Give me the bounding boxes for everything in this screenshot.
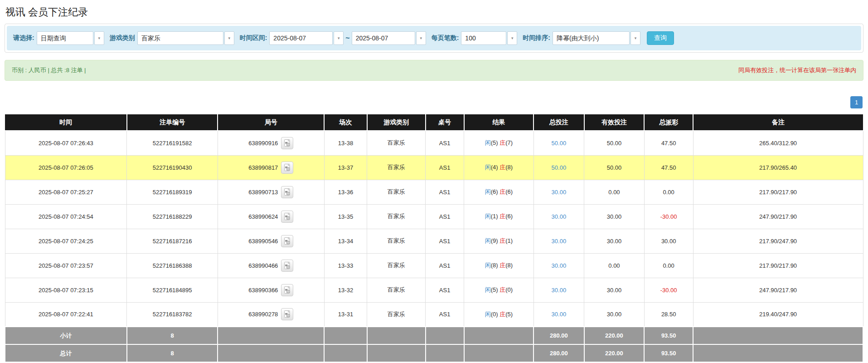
- round-wrap: 638990916: [248, 137, 293, 149]
- game-type-cell: 百家乐: [367, 131, 426, 155]
- total-bet-link[interactable]: 30.00: [552, 311, 567, 318]
- video-replay-icon[interactable]: [281, 260, 293, 272]
- valid-bet-cell: 50.00: [584, 131, 645, 155]
- total-bet-link[interactable]: 30.00: [552, 238, 567, 245]
- select-type-value[interactable]: 日期查询: [37, 31, 93, 45]
- empty-cell: [426, 344, 464, 362]
- result-cell: 闲(0) 庄(5): [464, 302, 533, 327]
- date-from-value[interactable]: 2025-08-07: [269, 31, 333, 45]
- round-cell: 638990713: [218, 180, 324, 204]
- total-bet-link[interactable]: 30.00: [552, 189, 567, 196]
- result-banker-label: 庄: [499, 311, 505, 318]
- time-sort-value[interactable]: 降幂(由大到小): [553, 31, 630, 45]
- bet-id-cell: 522716191582: [127, 131, 218, 155]
- game-type-combobox[interactable]: 百家乐 ▾: [137, 31, 234, 45]
- empty-cell: [324, 327, 367, 344]
- total-bet-link[interactable]: 30.00: [552, 287, 567, 294]
- video-replay-icon[interactable]: [281, 235, 293, 247]
- payout-cell: 0.00: [644, 180, 693, 204]
- search-button[interactable]: 查询: [647, 31, 674, 45]
- round-wrap: 638990546: [248, 235, 293, 247]
- date-to-value[interactable]: 2025-08-07: [352, 31, 415, 45]
- video-replay-icon[interactable]: [281, 284, 293, 296]
- select-type-combobox[interactable]: 日期查询 ▾: [37, 31, 104, 45]
- round-cell: 638990817: [218, 155, 324, 180]
- chevron-down-icon[interactable]: ▾: [416, 31, 426, 45]
- round-wrap: 638990278: [248, 308, 293, 320]
- time-sort-combobox[interactable]: 降幂(由大到小) ▾: [553, 31, 640, 45]
- chevron-down-icon[interactable]: ▾: [507, 31, 517, 45]
- round-number: 638990713: [248, 189, 278, 196]
- chevron-down-icon[interactable]: ▾: [94, 31, 104, 45]
- result-banker-score: (6): [505, 213, 513, 220]
- date-from-combobox[interactable]: 2025-08-07 ▾: [269, 31, 344, 45]
- payout-cell: 30.00: [644, 229, 693, 253]
- table-no-cell: AS1: [426, 253, 464, 278]
- video-replay-icon[interactable]: [281, 162, 293, 174]
- result-player-label: 闲: [485, 262, 491, 269]
- filter-panel: 请选择: 日期查询 ▾ 游戏类别 百家乐 ▾ 时间区间: 2025-08-07 …: [5, 24, 863, 53]
- bet-id-cell: 522716189319: [127, 180, 218, 204]
- bet-id-cell: 522716183782: [127, 302, 218, 327]
- result-banker-score: (0): [505, 286, 513, 293]
- remark-cell: 217.90/265.40: [693, 155, 863, 180]
- round-number: 638990624: [248, 213, 278, 220]
- result-player-score: (5): [491, 139, 498, 146]
- table-body: 2025-08-07 07:26:43522716191582638990916…: [5, 131, 863, 327]
- result-cell: 闲(6) 庄(6): [464, 180, 533, 204]
- session-cell: 13-32: [324, 278, 367, 302]
- date-to-combobox[interactable]: 2025-08-07 ▾: [352, 31, 426, 45]
- game-type-cell: 百家乐: [367, 253, 426, 278]
- result-banker-label: 庄: [499, 262, 505, 269]
- time-sort-label: 时间排序:: [523, 34, 550, 42]
- payout-cell: 28.50: [644, 302, 693, 327]
- total-payout: 93.50: [644, 344, 693, 362]
- result-banker-label: 庄: [499, 139, 505, 146]
- round-wrap: 638990817: [248, 162, 293, 174]
- total-total-bet: 280.00: [533, 344, 584, 362]
- total-bet-cell: 30.00: [533, 229, 584, 253]
- pagination-page-1[interactable]: 1: [850, 96, 863, 108]
- subtotal-payout: 93.50: [644, 327, 693, 344]
- total-bet-link[interactable]: 30.00: [552, 262, 567, 269]
- round-number: 638990466: [248, 262, 278, 269]
- total-bet-cell: 50.00: [533, 155, 584, 180]
- table-no-cell: AS1: [426, 278, 464, 302]
- video-replay-icon[interactable]: [281, 308, 293, 320]
- video-replay-icon[interactable]: [281, 186, 293, 198]
- time-range-label: 时间区间:: [240, 34, 267, 42]
- time-cell: 2025-08-07 07:24:54: [5, 204, 127, 229]
- total-bet-link[interactable]: 30.00: [552, 213, 567, 220]
- total-bet-link[interactable]: 50.00: [552, 140, 567, 147]
- game-type-value[interactable]: 百家乐: [137, 31, 223, 45]
- valid-bet-cell: 0.00: [584, 180, 645, 204]
- chevron-down-icon[interactable]: ▾: [630, 31, 640, 45]
- summary-bar: 币别 : 人民币 | 总共 :8 注单 | 同局有效投注，统一计算在该局第一张注…: [5, 60, 863, 81]
- video-replay-icon[interactable]: [281, 137, 293, 149]
- result-banker-label: 庄: [499, 237, 505, 244]
- valid-bet-note: 同局有效投注，统一计算在该局第一张注单内: [738, 66, 856, 74]
- total-bet-link[interactable]: 50.00: [552, 164, 567, 171]
- round-number: 638990817: [248, 164, 278, 171]
- select-type-label: 请选择:: [13, 34, 34, 42]
- result-player-label: 闲: [485, 188, 491, 195]
- page-size-combobox[interactable]: 100 ▾: [461, 31, 517, 45]
- table-no-cell: AS1: [426, 229, 464, 253]
- total-bet-cell: 30.00: [533, 253, 584, 278]
- session-cell: 13-34: [324, 229, 367, 253]
- table-row: 2025-08-07 07:23:15522716184895638990366…: [5, 278, 863, 302]
- column-header-total-bet: 总投注: [533, 114, 584, 131]
- time-cell: 2025-08-07 07:23:57: [5, 253, 127, 278]
- time-cell: 2025-08-07 07:22:41: [5, 302, 127, 327]
- game-type-label: 游戏类别: [110, 34, 135, 42]
- page-size-value[interactable]: 100: [461, 31, 506, 45]
- column-header-game-type: 游戏类别: [367, 114, 426, 131]
- empty-cell: [324, 344, 367, 362]
- table-row: 2025-08-07 07:25:27522716189319638990713…: [5, 180, 863, 204]
- bet-id-cell: 522716187216: [127, 229, 218, 253]
- video-replay-icon[interactable]: [281, 211, 293, 223]
- result-cell: 闲(4) 庄(8): [464, 155, 533, 180]
- total-valid-bet: 220.00: [584, 344, 645, 362]
- chevron-down-icon[interactable]: ▾: [224, 31, 234, 45]
- chevron-down-icon[interactable]: ▾: [334, 31, 344, 45]
